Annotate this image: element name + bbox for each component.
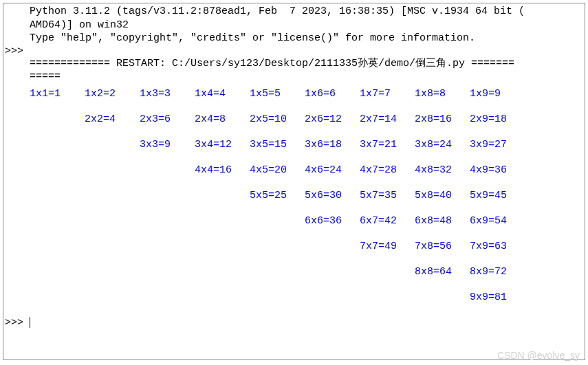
output-cell: 1x7=7 xyxy=(360,88,415,100)
prompt-marker: >>> xyxy=(5,45,30,57)
output-cell: 1x2=2 xyxy=(85,88,140,100)
prompt-gutter xyxy=(5,5,30,45)
output-cell: 8x8=64 xyxy=(415,266,470,278)
output-cell: 7x7=49 xyxy=(360,241,415,252)
cursor xyxy=(30,317,30,328)
output-cell: 7x8=56 xyxy=(415,241,470,252)
output-row: 2x2=42x3=62x4=82x5=102x6=122x7=142x8=162… xyxy=(30,113,583,125)
output-cell: 5x6=30 xyxy=(305,190,360,201)
output-cell: 4x9=36 xyxy=(470,164,525,176)
restart-line-1: ============= RESTART: C:/Users/sy123/De… xyxy=(30,57,583,71)
output-cell: 6x6=36 xyxy=(305,215,360,227)
output-cell: 5x8=40 xyxy=(415,190,470,201)
output-cell: 5x5=25 xyxy=(250,190,305,201)
output-cell: 2x8=16 xyxy=(415,113,470,125)
output-cell: 8x9=72 xyxy=(470,266,525,278)
output-cell: 6x9=54 xyxy=(470,215,525,227)
output-cell: 2x2=4 xyxy=(85,113,140,125)
output-cell: 3x5=15 xyxy=(250,139,305,151)
output-cell: 2x9=18 xyxy=(470,113,525,125)
output-row: 5x5=255x6=305x7=355x8=405x9=45 xyxy=(30,190,583,201)
output-cell: 3x7=21 xyxy=(360,139,415,151)
output-cell: 4x5=20 xyxy=(250,164,305,176)
idle-shell[interactable]: Python 3.11.2 (tags/v3.11.2:878ead1, Feb… xyxy=(3,3,585,360)
output-cell: 6x8=48 xyxy=(415,215,470,227)
output-row: 1x1=11x2=21x3=31x4=41x5=51x6=61x7=71x8=8… xyxy=(30,88,583,100)
output-cell: 1x5=5 xyxy=(250,88,305,100)
output-row: 7x7=497x8=567x9=63 xyxy=(30,241,583,252)
python-help-line: Type "help", "copyright", "credits" or "… xyxy=(30,32,583,45)
output-row: 8x8=648x9=72 xyxy=(30,266,583,278)
output-cell: 1x3=3 xyxy=(140,88,195,100)
output-cell: 1x6=6 xyxy=(305,88,360,100)
output-cell: 1x8=8 xyxy=(415,88,470,100)
output-cell: 1x9=9 xyxy=(470,88,525,100)
output-row: 3x3=93x4=123x5=153x6=183x7=213x8=243x9=2… xyxy=(30,139,583,151)
output-row: 6x6=366x7=426x8=486x9=54 xyxy=(30,215,583,227)
output-cell: 1x1=1 xyxy=(30,88,85,100)
output-row: 4x4=164x5=204x6=244x7=284x8=324x9=36 xyxy=(30,164,583,176)
output-cell: 7x9=63 xyxy=(470,241,525,252)
output-cell: 2x7=14 xyxy=(360,113,415,125)
prompt-marker: >>> xyxy=(5,317,30,331)
multiplication-output: 1x1=11x2=21x3=31x4=41x5=51x6=61x7=71x8=8… xyxy=(30,88,583,303)
python-version-line: Python 3.11.2 (tags/v3.11.2:878ead1, Feb… xyxy=(30,5,583,19)
output-cell: 1x4=4 xyxy=(195,88,250,100)
input-cursor-area[interactable] xyxy=(30,317,583,331)
watermark: CSDN @evolve_sy xyxy=(497,350,580,361)
output-cell: 5x9=45 xyxy=(470,190,525,201)
prompt-gutter xyxy=(5,57,30,317)
output-cell: 2x6=12 xyxy=(305,113,360,125)
output-cell: 4x8=32 xyxy=(415,164,470,176)
output-cell: 2x5=10 xyxy=(250,113,305,125)
output-cell: 3x6=18 xyxy=(305,139,360,151)
python-version-line-2: AMD64)] on win32 xyxy=(30,19,583,32)
output-cell: 3x4=12 xyxy=(195,139,250,151)
output-cell: 6x7=42 xyxy=(360,215,415,227)
output-cell: 5x7=35 xyxy=(360,190,415,201)
output-cell: 3x8=24 xyxy=(415,139,470,151)
restart-line-2: ===== xyxy=(30,70,583,84)
output-cell: 2x3=6 xyxy=(140,113,195,125)
output-row: 9x9=81 xyxy=(30,291,583,303)
output-cell: 4x4=16 xyxy=(195,164,250,176)
output-cell: 9x9=81 xyxy=(470,291,525,303)
output-cell: 3x3=9 xyxy=(140,139,195,151)
output-cell: 4x7=28 xyxy=(360,164,415,176)
output-cell: 2x4=8 xyxy=(195,113,250,125)
output-cell: 4x6=24 xyxy=(305,164,360,176)
output-cell: 3x9=27 xyxy=(470,139,525,151)
